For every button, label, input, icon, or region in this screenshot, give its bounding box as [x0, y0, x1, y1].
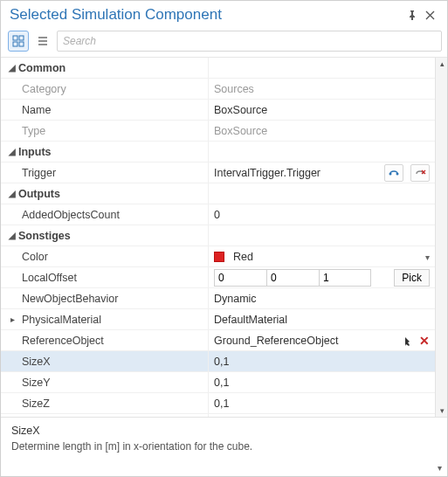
row-physicalmaterial[interactable]: ▸PhysicalMaterial DefaultMaterial — [1, 309, 435, 330]
chevron-down-icon[interactable]: ▾ — [425, 252, 430, 261]
group-outputs[interactable]: ◢Outputs — [1, 183, 435, 204]
scrollbar[interactable]: ▴ ▾ — [435, 58, 447, 417]
chevron-down-icon[interactable]: ▾ — [438, 463, 442, 473]
collapse-icon[interactable]: ◢ — [6, 231, 18, 240]
group-other[interactable]: ◢Sonstiges — [1, 225, 435, 246]
property-panel: Selected Simulation Component — [0, 0, 448, 477]
row-trigger[interactable]: Trigger IntervalTrigger.Trigger — [1, 162, 435, 183]
svg-rect-1 — [19, 36, 24, 40]
row-category[interactable]: Category Sources — [1, 79, 435, 100]
row-newobjectbehavior[interactable]: NewObjectBehavior Dynamic — [1, 288, 435, 309]
localoffset-z-input[interactable] — [319, 269, 371, 287]
svg-point-7 — [389, 172, 392, 175]
description-panel: SizeX Determine length in [m] in x-orien… — [1, 417, 447, 476]
color-swatch — [214, 252, 224, 262]
description-name: SizeX — [11, 425, 437, 437]
group-common[interactable]: ◢Common — [1, 58, 435, 79]
scroll-down-icon[interactable]: ▾ — [436, 404, 447, 417]
svg-rect-3 — [19, 42, 24, 46]
row-sizex[interactable]: SizeX 0,1 — [1, 351, 435, 372]
group-inputs[interactable]: ◢Inputs — [1, 142, 435, 162]
titlebar: Selected Simulation Component — [1, 1, 447, 27]
link-add-icon[interactable] — [384, 164, 403, 182]
categorized-view-button[interactable] — [8, 31, 29, 52]
collapse-icon[interactable]: ◢ — [6, 147, 18, 156]
close-icon[interactable] — [421, 6, 438, 24]
localoffset-y-input[interactable] — [266, 269, 319, 287]
panel-title: Selected Simulation Component — [10, 6, 403, 24]
toolbar — [1, 27, 447, 58]
localoffset-x-input[interactable] — [214, 269, 266, 287]
svg-rect-0 — [13, 36, 17, 40]
row-addedobjects[interactable]: AddedObjectsCount 0 — [1, 204, 435, 225]
description-text: Determine length in [m] in x-orientation… — [11, 440, 437, 453]
svg-rect-2 — [13, 42, 17, 46]
scroll-up-icon[interactable]: ▴ — [436, 58, 447, 70]
expand-icon[interactable]: ▸ — [6, 315, 18, 324]
row-sizez[interactable]: SizeZ 0,1 — [1, 393, 435, 414]
pin-icon[interactable] — [403, 6, 421, 24]
row-localoffset[interactable]: LocalOffset Pick — [1, 267, 435, 288]
row-color[interactable]: Color Red ▾ — [1, 246, 435, 267]
svg-point-8 — [396, 172, 399, 175]
collapse-icon[interactable]: ◢ — [6, 63, 18, 73]
search-input[interactable] — [57, 31, 442, 52]
row-type[interactable]: Type BoxSource — [1, 121, 435, 142]
property-grid: ◢Common Category Sources Name BoxSource … — [1, 58, 447, 417]
clear-reference-icon[interactable]: ✕ — [419, 334, 430, 348]
pick-object-icon[interactable] — [403, 335, 414, 346]
collapse-icon[interactable]: ◢ — [6, 189, 18, 198]
pick-button[interactable]: Pick — [394, 269, 430, 287]
alphabetical-view-button[interactable] — [32, 31, 53, 52]
row-referenceobject[interactable]: ReferenceObject Ground_ReferenceObject ✕ — [1, 330, 435, 351]
link-remove-icon[interactable] — [410, 164, 430, 182]
row-name[interactable]: Name BoxSource — [1, 100, 435, 121]
row-sizey[interactable]: SizeY 0,1 — [1, 372, 435, 393]
